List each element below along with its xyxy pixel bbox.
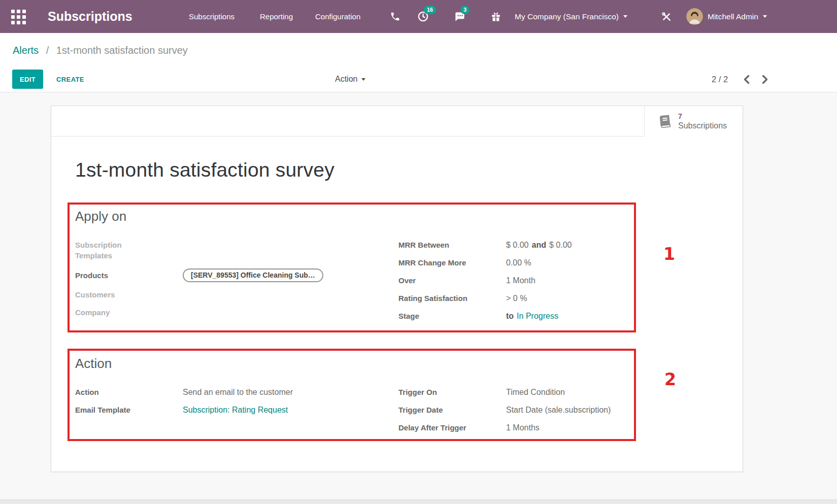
mrr-and-word: and <box>531 241 546 249</box>
pager-previous-button[interactable] <box>743 75 750 84</box>
activities-button[interactable]: 16 <box>417 0 429 33</box>
gift-icon <box>490 11 501 22</box>
field-row-customers: Customers <box>75 289 359 300</box>
email-template-label: Email Template <box>75 405 183 415</box>
products-label: Products <box>75 270 183 281</box>
over-value: 1 Month <box>506 275 535 286</box>
annotation-number-1: 1 <box>663 244 675 264</box>
content-area: 7 Subscriptions 1st-month satisfaction s… <box>0 92 837 504</box>
field-row-trigger-date: Trigger Date Start Date (sale.subscripti… <box>398 405 638 415</box>
apply-on-left-column: Subscription Templates Products [SERV_89… <box>75 240 359 325</box>
rewards-button[interactable] <box>490 0 501 33</box>
field-row-stage: Stage toIn Progress <box>398 311 638 321</box>
app-title[interactable]: Subscriptions <box>48 0 132 33</box>
delay-after-trigger-label: Delay After Trigger <box>398 422 506 433</box>
stage-to-word: to <box>506 312 514 320</box>
stage-label: Stage <box>398 311 506 321</box>
field-row-mrr-change: MRR Change More 0.00 % <box>398 257 638 268</box>
apply-on-heading: Apply on <box>75 209 642 224</box>
chevron-right-icon <box>762 75 768 84</box>
field-row-over: Over 1 Month <box>398 275 638 286</box>
field-row-subscription-templates: Subscription Templates <box>75 240 359 261</box>
top-navbar: Subscriptions Subscriptions Reporting Co… <box>0 0 837 33</box>
caret-down-icon <box>623 15 627 18</box>
trigger-on-value: Timed Condition <box>506 387 565 397</box>
field-row-rating-satisfaction: Rating Satisfaction > 0 % <box>398 293 638 304</box>
stat-value: 7 <box>678 112 727 121</box>
mrr-change-label: MRR Change More <box>398 257 506 268</box>
caret-down-icon <box>763 15 767 18</box>
action-label: Action <box>75 387 183 397</box>
mrr-change-value: 0.00 % <box>506 257 531 268</box>
action-value: Send an email to the customer <box>183 387 293 397</box>
mrr-max-value: $ 0.00 <box>549 241 572 249</box>
book-icon <box>657 114 673 129</box>
create-button[interactable]: CREATE <box>52 70 88 89</box>
email-template-link[interactable]: Subscription: Rating Request <box>183 406 288 414</box>
edit-button[interactable]: EDIT <box>12 70 43 89</box>
debug-tools-button[interactable] <box>661 0 672 33</box>
annotation-number-2: 2 <box>664 369 676 389</box>
field-row-delay-after-trigger: Delay After Trigger 1 Months <box>398 422 638 433</box>
over-label: Over <box>398 275 506 286</box>
form-sheet: 7 Subscriptions 1st-month satisfaction s… <box>51 106 743 472</box>
grid-dot <box>17 10 20 13</box>
field-row-action: Action Send an email to the customer <box>75 387 359 397</box>
control-panel: EDIT CREATE Action 2 / 2 <box>0 66 837 92</box>
activities-count-badge: 16 <box>424 6 436 14</box>
messages-button[interactable]: 3 <box>454 0 465 33</box>
field-row-company: Company <box>75 307 359 318</box>
breadcrumb: Alerts / 1st-month satisfaction survey <box>0 33 837 66</box>
pager-next-button[interactable] <box>762 75 768 84</box>
record-title: 1st-month satisfaction survey <box>75 159 334 181</box>
voip-button[interactable] <box>390 0 400 33</box>
action-left-column: Action Send an email to the customer Ema… <box>75 387 359 422</box>
company-switcher[interactable]: My Company (San Francisco) <box>515 0 627 33</box>
mrr-between-value: $ 0.00and$ 0.00 <box>506 240 572 250</box>
menu-configuration[interactable]: Configuration <box>315 0 360 33</box>
breadcrumb-separator: / <box>46 45 49 56</box>
grid-dot <box>17 15 20 19</box>
button-box: 7 Subscriptions <box>51 106 743 137</box>
field-row-products: Products [SERV_89553] Office Cleaning Su… <box>75 268 359 282</box>
stage-in-progress-link[interactable]: In Progress <box>517 312 558 320</box>
action-right-column: Trigger On Timed Condition Trigger Date … <box>398 387 638 440</box>
user-menu[interactable]: Mitchell Admin <box>686 0 767 33</box>
caret-down-icon <box>361 78 365 81</box>
user-name: Mitchell Admin <box>708 12 758 21</box>
menu-subscriptions[interactable]: Subscriptions <box>189 0 235 33</box>
window-footer <box>0 499 837 504</box>
pager-value[interactable]: 2 / 2 <box>712 75 728 84</box>
field-row-mrr-between: MRR Between $ 0.00and$ 0.00 <box>398 240 638 250</box>
grid-dot <box>11 10 15 13</box>
tools-icon <box>661 11 672 22</box>
field-row-email-template: Email Template Subscription: Rating Requ… <box>75 405 359 415</box>
mrr-min-value: $ 0.00 <box>506 241 528 249</box>
apply-on-right-column: MRR Between $ 0.00and$ 0.00 MRR Change M… <box>398 240 638 328</box>
breadcrumb-alerts-link[interactable]: Alerts <box>13 45 39 56</box>
action-menu-label: Action <box>335 75 357 84</box>
action-heading: Action <box>75 356 642 372</box>
subscription-templates-label: Subscription Templates <box>75 240 183 261</box>
phone-icon <box>390 11 400 22</box>
grid-dot <box>11 21 15 24</box>
grid-dot <box>17 21 20 24</box>
chevron-left-icon <box>743 75 750 84</box>
menu-reporting[interactable]: Reporting <box>260 0 293 33</box>
apps-menu-button[interactable] <box>11 10 26 24</box>
breadcrumb-current: 1st-month satisfaction survey <box>56 45 188 56</box>
action-menu-button[interactable]: Action <box>335 66 365 92</box>
company-label: Company <box>75 307 183 318</box>
stage-value: toIn Progress <box>506 311 558 321</box>
trigger-date-value: Start Date (sale.subscription) <box>506 405 611 415</box>
mrr-between-label: MRR Between <box>398 240 506 250</box>
products-tag[interactable]: [SERV_89553] Office Cleaning Sub… <box>183 268 323 282</box>
subscriptions-stat-button[interactable]: 7 Subscriptions <box>644 106 743 137</box>
grid-dot <box>22 15 26 19</box>
trigger-date-label: Trigger Date <box>398 405 506 415</box>
delay-after-trigger-value: 1 Months <box>506 422 540 433</box>
rating-satisfaction-value: > 0 % <box>506 293 527 304</box>
apply-on-section: Apply on Subscription Templates Products… <box>75 209 642 240</box>
rating-satisfaction-label: Rating Satisfaction <box>398 293 506 304</box>
grid-dot <box>11 15 15 19</box>
